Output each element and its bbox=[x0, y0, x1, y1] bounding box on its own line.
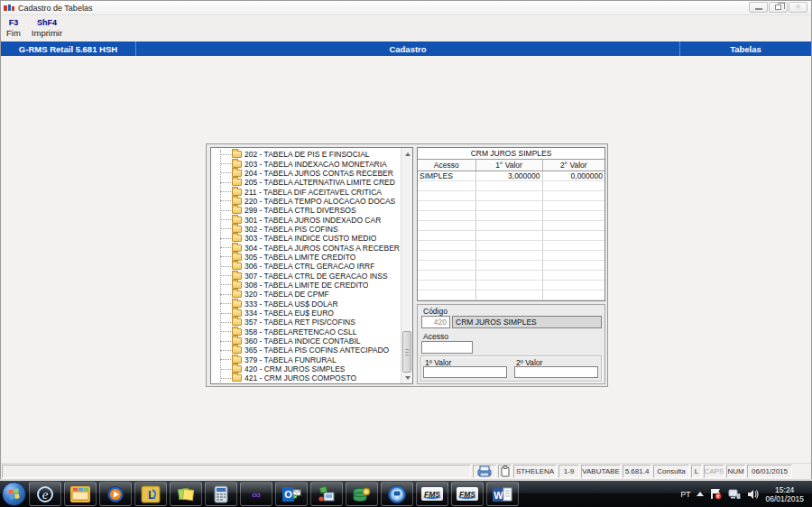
tree-item[interactable]: 306 - TABELA CTRL GERACAO IRRF bbox=[211, 262, 401, 271]
tree-item-label: 308 - TABELA LIMITE DE CREDITO bbox=[245, 281, 368, 290]
folder-icon bbox=[232, 254, 242, 261]
scroll-up-icon[interactable] bbox=[401, 148, 413, 160]
windows-explorer-icon bbox=[69, 485, 91, 503]
status-cell: VABUTABE bbox=[581, 465, 621, 478]
action-center-flag-icon[interactable] bbox=[710, 488, 722, 500]
windows-explorer-taskbar-button[interactable] bbox=[64, 482, 97, 506]
tree-item[interactable]: 421 - CRM JUROS COMPOSTO bbox=[211, 373, 401, 383]
calculator-taskbar-button[interactable] bbox=[205, 482, 237, 506]
word-taskbar-button[interactable]: W bbox=[486, 482, 519, 506]
tree-item[interactable]: 358 - TABELARETENCAO CSLL bbox=[211, 327, 401, 336]
calculator-icon bbox=[214, 485, 228, 503]
tree-item[interactable]: 357 - TABELA RET PIS/COFINS bbox=[211, 318, 401, 327]
tree-connector bbox=[220, 378, 231, 379]
database-tool-taskbar-button[interactable] bbox=[346, 482, 378, 506]
printer-icon[interactable] bbox=[473, 465, 496, 478]
tree-item[interactable]: 420 - CRM JUROS SIMPLES bbox=[211, 364, 401, 373]
tree-item[interactable]: 305 - TABELA LIMITE CREDITO bbox=[211, 253, 401, 262]
remote-desktop-taskbar-button[interactable] bbox=[381, 482, 413, 506]
tree-item[interactable]: 303 - TABELA INDICE CUSTO MEDIO bbox=[211, 234, 401, 243]
grid-cell bbox=[542, 250, 604, 260]
restore-button[interactable] bbox=[769, 2, 788, 13]
scrollbar-thumb[interactable] bbox=[402, 331, 411, 373]
tree-connector bbox=[220, 256, 231, 257]
minimize-icon bbox=[755, 8, 762, 10]
valor2-input[interactable] bbox=[514, 366, 598, 378]
word-icon: W bbox=[492, 485, 513, 503]
tree-item[interactable]: 220 - TABELA TEMPO ALOCACAO DOCAS bbox=[211, 197, 401, 206]
folder-icon bbox=[232, 337, 242, 345]
folder-icon bbox=[232, 346, 242, 354]
tree-item-label: 420 - CRM JUROS SIMPLES bbox=[245, 364, 345, 373]
setup-tool-taskbar-button[interactable] bbox=[310, 482, 343, 506]
tree-item-label: 360 - TABELA INDICE CONTABIL bbox=[245, 336, 361, 346]
internet-explorer-taskbar-button[interactable]: e bbox=[29, 482, 61, 506]
grid-cell bbox=[475, 250, 542, 260]
sticky-notes-taskbar-button[interactable] bbox=[170, 482, 202, 506]
menu-item-imprimir[interactable]: ShF4 Imprimir bbox=[26, 15, 68, 41]
grid-cell bbox=[542, 270, 604, 280]
grid-cell bbox=[475, 240, 542, 250]
tree-item[interactable]: 320 - TABELA DE CPMF bbox=[211, 290, 401, 299]
tree-item-label: 320 - TABELA DE CPMF bbox=[245, 290, 329, 299]
close-button[interactable]: ✕ bbox=[789, 2, 807, 13]
network-icon[interactable] bbox=[728, 489, 741, 500]
grid-empty-row bbox=[418, 190, 604, 200]
tree-item[interactable]: 202 - TABELA DE PIS E FINSOCIAL bbox=[211, 150, 401, 159]
status-cell: STHELENA bbox=[513, 465, 557, 478]
minimize-button[interactable] bbox=[749, 2, 768, 13]
tree-scrollbar[interactable] bbox=[401, 148, 412, 383]
tree-item[interactable]: 302 - TABELA PIS COFINS bbox=[211, 225, 401, 234]
acesso-input[interactable] bbox=[421, 341, 473, 354]
grid-empty-row bbox=[418, 250, 604, 260]
tree-item[interactable]: 334 - TABELA EU$ EURO bbox=[211, 309, 401, 318]
outlook-taskbar-button[interactable]: O bbox=[275, 482, 308, 506]
window-title: Cadastro de Tabelas bbox=[18, 4, 92, 13]
header-screen: Tabelas bbox=[680, 41, 811, 56]
tree-item[interactable]: 379 - TABELA FUNRURAL bbox=[211, 355, 401, 364]
taskbar-clock[interactable]: 15:24 06/01/2015 bbox=[765, 485, 804, 503]
tree-item[interactable]: 204 - TABELA JUROS CONTAS RECEBER bbox=[211, 169, 401, 178]
tree-item[interactable]: 299 - TABELA CTRL DIVERSOS bbox=[211, 206, 401, 215]
speaker-icon[interactable] bbox=[747, 489, 759, 500]
tree-item[interactable]: 205 - TABELA ALTERNATIVA LIMITE CRED bbox=[211, 178, 401, 187]
hidden-icons-arrow-icon[interactable] bbox=[697, 492, 704, 496]
grid-data-row[interactable]: SIMPLES3,0000000,000000 bbox=[418, 171, 604, 180]
fms-app-2-taskbar-button[interactable]: FMS bbox=[451, 482, 484, 506]
tree-item[interactable]: 203 - TABELA INDEXACAO MONETARIA bbox=[211, 159, 401, 168]
tree-item[interactable]: 301 - TABELA JUROS INDEXADO CAR bbox=[211, 215, 401, 224]
grid-empty-row bbox=[418, 260, 604, 270]
fms-app-1-taskbar-button[interactable]: FMS bbox=[416, 482, 448, 506]
language-indicator[interactable]: PT bbox=[681, 490, 691, 499]
grid-empty-row bbox=[418, 220, 604, 230]
grid-cell bbox=[475, 280, 542, 290]
tree-connector bbox=[220, 369, 231, 370]
tree-item[interactable]: 307 - TABELA CTRL DE GERACAO INSS bbox=[211, 271, 401, 280]
media-player-taskbar-button[interactable] bbox=[99, 482, 132, 506]
scroll-down-icon[interactable] bbox=[401, 372, 413, 383]
grid-cell bbox=[542, 210, 604, 220]
tree-item[interactable]: 365 - TABELA PIS COFINS ANTECIPADO bbox=[211, 346, 401, 355]
clipboard-icon[interactable] bbox=[498, 465, 512, 478]
folder-icon bbox=[232, 170, 242, 177]
tree-item[interactable]: 333 - TABELA US$ DOLAR bbox=[211, 300, 401, 309]
status-bar: STHELENA1-9VABUTABE5.681.4ConsultaLCAPSN… bbox=[1, 463, 811, 479]
tree-item[interactable]: 211 - TABELA DIF ACEITAVEL CRITICA bbox=[211, 187, 401, 196]
grid-empty-row bbox=[418, 210, 604, 220]
taskbar-buttons: eL∞OFMSFMSW bbox=[26, 482, 519, 506]
co-app-taskbar-button[interactable]: ∞ bbox=[240, 482, 272, 506]
menu-item-fim[interactable]: F3 Fim bbox=[1, 15, 26, 41]
taskbar: eL∞OFMSFMSW PT 15:24 06/01/2015 bbox=[0, 481, 812, 507]
folder-icon bbox=[232, 328, 242, 336]
lotus-app-taskbar-button[interactable]: L bbox=[134, 482, 167, 506]
valor1-input[interactable] bbox=[423, 366, 507, 378]
tree-item-label: 211 - TABELA DIF ACEITAVEL CRITICA bbox=[245, 188, 382, 197]
tree-item[interactable]: 304 - TABELA JUROS CONTAS A RECEBER bbox=[211, 243, 401, 252]
grid-cell: 3,000000 bbox=[475, 171, 542, 180]
tree-item[interactable]: 360 - TABELA INDICE CONTABIL bbox=[211, 336, 401, 346]
codigo-field[interactable]: 420 bbox=[421, 316, 450, 328]
start-button[interactable] bbox=[2, 482, 26, 506]
tree-item[interactable]: 308 - TABELA LIMITE DE CREDITO bbox=[211, 281, 401, 290]
fms-logo: FMS bbox=[421, 487, 443, 501]
tree-connector bbox=[220, 219, 231, 220]
